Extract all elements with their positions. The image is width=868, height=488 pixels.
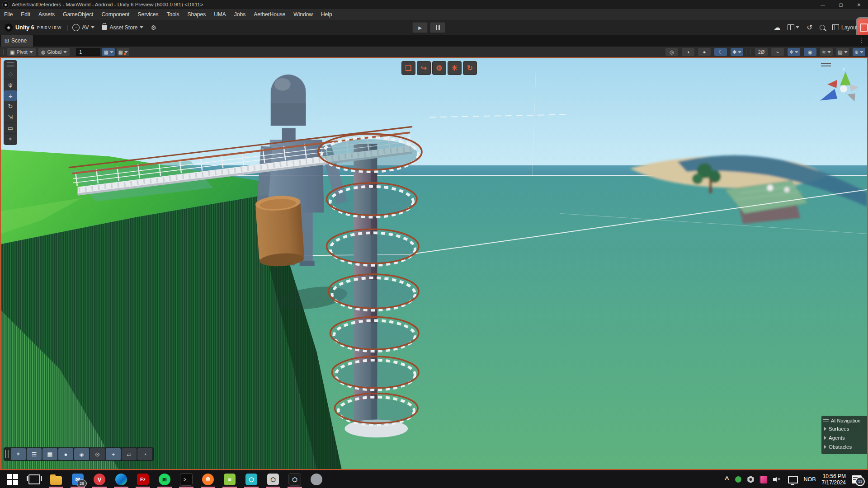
ai-nav-obstacles[interactable]: Obstacles xyxy=(821,442,868,451)
mail-icon[interactable]: ✉ 26 xyxy=(71,470,84,488)
rotate-tool[interactable]: ↻ xyxy=(4,101,17,112)
gear-icon[interactable]: ⚙ xyxy=(151,24,156,31)
handle-orientation-dropdown[interactable]: ◍ Global xyxy=(38,48,70,56)
render-mode-button[interactable]: ● xyxy=(698,48,711,56)
ai-nav-agents[interactable]: Agents xyxy=(821,433,868,442)
menu-component[interactable]: Component xyxy=(97,11,133,18)
multiplayer-dropdown[interactable] xyxy=(788,24,799,30)
add-object-tool[interactable]: ❏ xyxy=(401,61,415,75)
pause-button[interactable] xyxy=(430,22,445,33)
network-icon[interactable] xyxy=(788,476,798,483)
search-icon[interactable] xyxy=(820,25,825,30)
app-icon-extra[interactable] xyxy=(310,470,323,488)
menu-file[interactable]: File xyxy=(0,11,17,18)
snap-increment-input[interactable]: 1 xyxy=(76,48,100,56)
overlay-visibility-button[interactable]: 2Ø xyxy=(755,48,768,56)
play-button[interactable]: ▶ xyxy=(412,22,428,33)
search-overlay-button[interactable]: ⊙ xyxy=(90,448,105,460)
terminal-icon[interactable]: >_ xyxy=(180,470,193,488)
menu-services[interactable]: Services xyxy=(133,11,162,18)
tab-scene[interactable]: ⊞ Scene xyxy=(1,35,33,47)
file-explorer-icon[interactable] xyxy=(50,470,62,488)
tab-overflow-icon[interactable]: ⋮ xyxy=(859,38,864,44)
snap-settings-button[interactable]: ▦ xyxy=(117,48,129,56)
menu-assets[interactable]: Assets xyxy=(34,11,59,18)
tower-ring xyxy=(318,134,422,172)
grid-visual-button[interactable]: ▦ xyxy=(42,448,57,460)
always-refresh-button[interactable]: ❖ xyxy=(788,48,800,56)
cloud-icon[interactable]: ☁ xyxy=(774,23,780,32)
menu-edit[interactable]: Edit xyxy=(17,11,34,18)
rect-tool[interactable]: ▭ xyxy=(4,122,17,133)
filezilla-icon[interactable]: Fz xyxy=(137,470,149,488)
export-tool[interactable]: ↪ xyxy=(417,61,431,75)
camera-preview-button[interactable]: ▱ xyxy=(122,448,137,460)
menu-help[interactable]: Help xyxy=(317,11,336,18)
settings-tool[interactable]: ⚙ xyxy=(432,61,446,75)
clock[interactable]: 10:56 PM 7/17/2024 xyxy=(822,473,846,486)
camera-view-button[interactable]: ▤ xyxy=(836,48,849,56)
scene-camera-settings-button[interactable]: ◎ xyxy=(665,48,678,56)
effects-tool[interactable]: ✳ xyxy=(448,61,462,75)
notepadpp-icon[interactable]: ≡ xyxy=(223,470,236,488)
audio-effects-button[interactable]: ✱ xyxy=(731,48,743,56)
overlay-drag-handle[interactable] xyxy=(823,419,829,422)
render-sphere-button[interactable]: ● xyxy=(58,448,73,460)
camera-move-button[interactable]: ⌖ xyxy=(11,448,26,460)
shading-mode-button[interactable]: ◑ xyxy=(682,48,694,56)
move-tool[interactable]: ↔↕ xyxy=(4,90,17,101)
vivaldi-icon[interactable]: V xyxy=(93,470,106,488)
menu-uma[interactable]: UMA xyxy=(210,11,230,18)
particles-button[interactable]: ◈ xyxy=(74,448,89,460)
tray-unity-hex-icon[interactable] xyxy=(747,476,755,483)
menu-window[interactable]: Window xyxy=(289,11,317,18)
minimize-button[interactable]: — xyxy=(814,0,832,9)
xampp-icon[interactable]: ꕕ xyxy=(202,470,214,488)
pivot-dropdown[interactable]: ▣ Pivot xyxy=(7,48,36,56)
start-button[interactable] xyxy=(6,470,19,488)
unity-editor-dark-icon[interactable]: ⬡ xyxy=(288,470,301,488)
menu-tools[interactable]: Tools xyxy=(162,11,183,18)
task-view-button[interactable] xyxy=(28,470,41,488)
close-button[interactable]: ✕ xyxy=(850,0,868,9)
scene-canvas[interactable]: y ◇ ψ ↔↕ ↻ ⇲ ▭ ⌖ xyxy=(0,57,868,470)
unity-editor-light-icon[interactable]: ⬡ xyxy=(267,470,279,488)
edge-icon[interactable] xyxy=(115,470,127,488)
menu-shapes[interactable]: Shapes xyxy=(183,11,210,18)
overlay-drag-handle[interactable] xyxy=(7,62,14,66)
grid-snapping-toggle[interactable]: ▦ xyxy=(102,48,115,56)
menu-aetherhouse[interactable]: AetherHouse xyxy=(250,11,289,18)
notification-center-icon[interactable]: 11 xyxy=(852,475,862,483)
history-icon[interactable]: ↺ xyxy=(807,23,812,32)
compass-button[interactable]: ◔ xyxy=(137,448,152,460)
scene-view: ▣ Pivot ◍ Global 1 ▦ ▦ ◎ ◑ ● xyxy=(0,47,868,470)
scale-tool[interactable]: ⇲ xyxy=(4,112,17,122)
spotify-icon[interactable]: ≋ xyxy=(158,470,171,488)
scene-lighting-button[interactable]: ☾ xyxy=(714,48,727,56)
overlay-drag-handle[interactable] xyxy=(5,450,9,458)
step-custom-icon[interactable] xyxy=(857,19,868,37)
tray-pink-icon[interactable] xyxy=(760,476,767,483)
maximize-button[interactable]: ▢ xyxy=(832,0,850,9)
tray-chevron-up-icon[interactable]: ^ xyxy=(725,475,729,483)
language-indicator[interactable]: NOB xyxy=(804,476,816,483)
scene-visibility-button[interactable]: ◉ xyxy=(804,48,816,56)
menu-gameobject[interactable]: GameObject xyxy=(59,11,97,18)
menu-jobs[interactable]: Jobs xyxy=(230,11,250,18)
account-dropdown[interactable]: ◦ AV xyxy=(72,24,94,31)
ai-nav-surfaces[interactable]: Surfaces xyxy=(821,424,868,433)
overlay-menu-handle[interactable] xyxy=(821,62,831,68)
hand-tool[interactable]: ψ xyxy=(4,79,17,90)
center-overlay-button[interactable]: + xyxy=(106,448,121,460)
unity-hub-icon[interactable]: ⬡ xyxy=(245,470,258,488)
volume-muted-icon[interactable]: × xyxy=(773,476,782,483)
tray-green-icon[interactable] xyxy=(735,476,741,483)
refresh-tool[interactable]: ↻ xyxy=(463,61,477,75)
view-tool[interactable]: ◇ xyxy=(4,68,17,79)
view-options-button[interactable]: ☰ xyxy=(27,448,42,460)
layers-button[interactable]: ≋ xyxy=(820,48,833,56)
fx-toggle-button[interactable]: ⌁ xyxy=(771,48,784,56)
gizmos-toggle-button[interactable]: ⊕ xyxy=(853,48,865,56)
asset-store-dropdown[interactable]: Asset Store xyxy=(102,24,143,31)
transform-tool[interactable]: ⌖ xyxy=(4,133,17,144)
